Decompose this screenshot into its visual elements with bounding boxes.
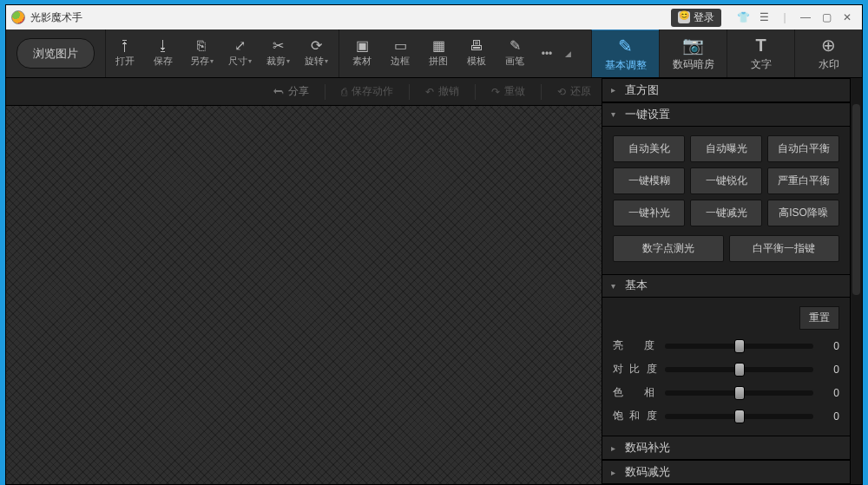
panel-scrollbar[interactable] xyxy=(850,78,862,484)
btn-auto-beautify[interactable]: 自动美化 xyxy=(613,135,685,162)
btn-auto-exposure[interactable]: 自动曝光 xyxy=(690,135,762,162)
btn-high-iso-denoise[interactable]: 高ISO降噪 xyxy=(767,200,839,226)
tab-basic-adjust[interactable]: ✎ 基本调整 xyxy=(591,29,659,77)
user-face-icon xyxy=(678,11,690,23)
save-as-icon: ⎘ xyxy=(197,39,206,53)
slider-thumb[interactable] xyxy=(734,386,745,400)
slider-saturation: 饱 和 度 0 xyxy=(613,409,839,423)
slider-saturation-track[interactable] xyxy=(665,414,813,419)
share-icon: ⮪ xyxy=(273,86,284,98)
main-toolbar: 浏览图片 ⭱打开 ⭳保存 ⎘另存▾ ⤢尺寸▾ ✂裁剪▾ ⟳旋转▾ ▣素材 ▭边框… xyxy=(6,29,862,78)
tab-watermark[interactable]: ⊕ 水印 xyxy=(794,29,862,77)
chevron-right-icon: ▸ xyxy=(611,468,620,477)
section-basic-body: 重置 亮 度 0 对 比 度 0 色 相 0 xyxy=(602,298,850,436)
tab-darkroom[interactable]: 📷 数码暗房 xyxy=(659,29,727,77)
section-histogram[interactable]: ▸ 直方图 xyxy=(602,78,850,102)
redo-icon: ↷ xyxy=(491,86,500,98)
undo-icon: ↶ xyxy=(425,86,434,98)
btn-severe-whitebalance[interactable]: 严重白平衡 xyxy=(767,167,839,194)
btn-oneclick-reduce-light[interactable]: 一键减光 xyxy=(690,200,762,226)
template-icon: 🖶 xyxy=(470,39,483,53)
tb-open[interactable]: ⭱打开 xyxy=(106,29,144,77)
revert-button[interactable]: ⟲还原 xyxy=(557,84,591,99)
image-canvas[interactable] xyxy=(6,106,602,484)
reset-button[interactable]: 重置 xyxy=(799,306,839,330)
tb-collage[interactable]: ▦拼图 xyxy=(419,29,457,77)
btn-oneclick-sharpen[interactable]: 一键锐化 xyxy=(690,167,762,194)
chevron-right-icon: ▸ xyxy=(611,443,620,453)
btn-whitebalance-picker[interactable]: 白平衡一指键 xyxy=(729,235,840,262)
open-icon: ⭱ xyxy=(118,39,132,53)
toolbar-group: ⭱打开 ⭳保存 ⎘另存▾ ⤢尺寸▾ ✂裁剪▾ ⟳旋转▾ ▣素材 ▭边框 ▦拼图 … xyxy=(106,29,575,77)
slider-thumb[interactable] xyxy=(734,339,745,353)
redo-button[interactable]: ↷重做 xyxy=(491,84,525,99)
slider-contrast: 对 比 度 0 xyxy=(613,362,839,377)
btn-oneclick-blur[interactable]: 一键模糊 xyxy=(613,167,685,194)
tab-text[interactable]: T 文字 xyxy=(727,29,794,77)
menu-button[interactable]: ☰ xyxy=(754,10,773,25)
share-button[interactable]: ⮪分享 xyxy=(273,84,309,99)
btn-spot-metering[interactable]: 数字点测光 xyxy=(613,235,724,262)
camera-icon: 📷 xyxy=(682,35,704,56)
slider-thumb[interactable] xyxy=(734,410,745,423)
window-controls: 👕 ☰ | — ▢ ✕ xyxy=(733,10,857,25)
resize-icon: ⤢ xyxy=(234,39,246,53)
action-bar: ⮪分享 ⎙保存动作 ↶撤销 ↷重做 ⟲还原 xyxy=(6,78,602,106)
btn-auto-whitebalance[interactable]: 自动白平衡 xyxy=(767,135,839,162)
edit-icon: ✎ xyxy=(618,36,633,56)
login-label: 登录 xyxy=(694,10,714,25)
save-action-button[interactable]: ⎙保存动作 xyxy=(341,84,393,99)
section-oneclick-body: 自动美化 自动曝光 自动白平衡 一键模糊 一键锐化 严重白平衡 一键补光 一键减… xyxy=(602,127,850,274)
tb-rotate[interactable]: ⟳旋转▾ xyxy=(297,29,335,77)
section-reduce-light[interactable]: ▸ 数码减光 xyxy=(602,460,850,484)
watermark-icon: ⊕ xyxy=(821,35,836,56)
btn-oneclick-fill-light[interactable]: 一键补光 xyxy=(613,200,685,226)
browse-images-button[interactable]: 浏览图片 xyxy=(16,38,95,69)
chevron-down-icon: ▾ xyxy=(611,109,620,119)
main-area: ⮪分享 ⎙保存动作 ↶撤销 ↷重做 ⟲还原 ▸ 直方图 ▾ xyxy=(6,78,862,484)
collage-icon: ▦ xyxy=(432,39,445,53)
app-icon xyxy=(11,10,25,24)
titlebar: 光影魔术手 登录 👕 ☰ | — ▢ ✕ xyxy=(6,5,862,29)
crop-icon: ✂ xyxy=(273,39,284,53)
tb-frame[interactable]: ▭边框 xyxy=(381,29,419,77)
rotate-icon: ⟳ xyxy=(311,39,322,53)
skin-button[interactable]: 👕 xyxy=(733,10,753,25)
mode-tabs: ✎ 基本调整 📷 数码暗房 T 文字 ⊕ 水印 xyxy=(591,29,862,77)
frame-icon: ▭ xyxy=(394,39,407,53)
slider-hue: 色 相 0 xyxy=(613,385,839,400)
section-basic[interactable]: ▾ 基本 xyxy=(602,274,850,298)
tb-size[interactable]: ⤢尺寸▾ xyxy=(220,29,259,77)
undo-button[interactable]: ↶撤销 xyxy=(425,84,459,99)
side-panel: ▸ 直方图 ▾ 一键设置 自动美化 自动曝光 自动白平衡 一键模糊 一键锐化 严… xyxy=(602,78,862,484)
material-icon: ▣ xyxy=(356,39,369,53)
login-button[interactable]: 登录 xyxy=(671,9,721,27)
minimize-button[interactable]: — xyxy=(796,10,815,25)
tb-crop[interactable]: ✂裁剪▾ xyxy=(259,29,297,77)
scrollbar-thumb[interactable] xyxy=(852,104,860,295)
tb-save[interactable]: ⭳保存 xyxy=(144,29,182,77)
slider-thumb[interactable] xyxy=(734,363,745,377)
text-icon: T xyxy=(755,36,766,56)
divider: | xyxy=(775,10,794,25)
section-fill-light[interactable]: ▸ 数码补光 xyxy=(602,436,850,460)
maximize-button[interactable]: ▢ xyxy=(817,10,836,25)
app-window: 光影魔术手 登录 👕 ☰ | — ▢ ✕ 浏览图片 ⭱打开 ⭳保存 ⎘另存▾ ⤢… xyxy=(5,4,863,485)
brush-icon: ✎ xyxy=(510,39,521,53)
slider-contrast-track[interactable] xyxy=(665,367,813,372)
revert-icon: ⟲ xyxy=(557,86,566,98)
tb-material[interactable]: ▣素材 xyxy=(343,29,381,77)
tb-more[interactable]: ••• xyxy=(534,29,560,77)
tb-toolbar-dropdown[interactable]: ◢ xyxy=(560,29,575,77)
tb-template[interactable]: 🖶模板 xyxy=(457,29,496,77)
tb-brush[interactable]: ✎画笔 xyxy=(496,29,534,77)
section-oneclick[interactable]: ▾ 一键设置 xyxy=(602,102,850,127)
tb-save-as[interactable]: ⎘另存▾ xyxy=(182,29,220,77)
save-action-icon: ⎙ xyxy=(341,86,347,98)
chevron-right-icon: ▸ xyxy=(611,85,620,95)
slider-brightness: 亮 度 0 xyxy=(613,338,839,353)
slider-brightness-track[interactable] xyxy=(665,344,813,349)
slider-hue-track[interactable] xyxy=(665,390,813,396)
close-button[interactable]: ✕ xyxy=(838,10,857,25)
save-icon: ⭳ xyxy=(156,39,170,53)
